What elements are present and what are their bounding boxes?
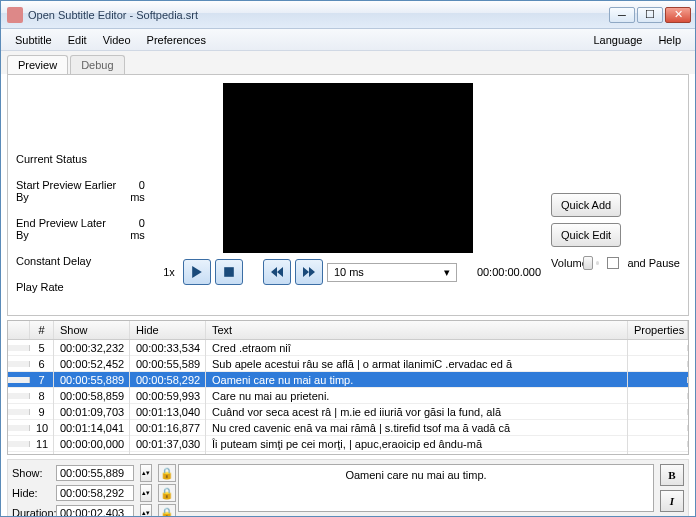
lock-icon: 🔒	[160, 507, 174, 518]
subtitle-text-input[interactable]: Oameni care nu mai au timp.	[178, 464, 654, 512]
line-editor: Show: ▴▾ 🔒 Hide: ▴▾ 🔒 Duration: ▴▾ 🔒 Oam…	[7, 459, 689, 517]
hide-lock-button[interactable]: 🔒	[158, 484, 176, 502]
window-title: Open Subtitle Editor - Softpedia.srt	[28, 9, 609, 21]
menu-language[interactable]: Language	[585, 32, 650, 48]
svg-rect-0	[224, 267, 234, 277]
status-info: Current Status Start Preview Earlier By0…	[16, 83, 145, 307]
constant-delay-label: Constant Delay	[16, 255, 91, 267]
step-forward-button[interactable]	[295, 259, 323, 285]
col-header-num[interactable]: #	[30, 321, 54, 339]
show-label: Show:	[12, 467, 52, 479]
duration-input[interactable]	[56, 505, 134, 517]
lock-icon: 🔒	[160, 487, 174, 500]
cell-text: penipmârând să mă întâ | ca pe unul de-a…	[206, 451, 628, 455]
end-later-label: End Preview Later By	[16, 217, 121, 241]
menubar: Subtitle Edit Video Preferences Language…	[1, 29, 695, 51]
col-header-hide[interactable]: Hide	[130, 321, 206, 339]
video-preview[interactable]	[223, 83, 473, 253]
play-button[interactable]	[183, 259, 211, 285]
cell-props	[628, 393, 688, 399]
cell-props	[628, 441, 688, 447]
show-lock-button[interactable]: 🔒	[158, 464, 176, 482]
and-pause-checkbox[interactable]	[607, 257, 619, 269]
end-later-value: 0 ms	[121, 217, 145, 241]
bold-button[interactable]: B	[660, 464, 684, 486]
start-earlier-label: Start Preview Earlier By	[16, 179, 123, 203]
volume-slider[interactable]	[596, 261, 600, 265]
hide-spinner[interactable]: ▴▾	[140, 484, 152, 502]
stop-button[interactable]	[215, 259, 243, 285]
step-back-button[interactable]	[263, 259, 291, 285]
cell-props	[628, 345, 688, 351]
volume-label: Volume	[551, 257, 588, 269]
chevron-down-icon: ▾	[444, 266, 450, 279]
cell-show: 00:01:37,097	[54, 451, 130, 455]
and-pause-label: and Pause	[627, 257, 680, 269]
menu-preferences[interactable]: Preferences	[139, 32, 214, 48]
table-row[interactable]: 1200:01:37,09700:01:39,900penipmârând să…	[8, 452, 688, 454]
cell-props	[628, 361, 688, 367]
italic-button[interactable]: I	[660, 490, 684, 512]
close-button[interactable]: ✕	[665, 7, 691, 23]
subtitle-grid: # Show Hide Text Properties 500:00:32,23…	[7, 320, 689, 455]
cell-props	[628, 409, 688, 415]
playback-rate: 1x	[155, 266, 175, 278]
duration-spinner[interactable]: ▴▾	[140, 504, 152, 517]
menu-subtitle[interactable]: Subtitle	[7, 32, 60, 48]
maximize-button[interactable]: ☐	[637, 7, 663, 23]
app-icon	[7, 7, 23, 23]
tab-preview[interactable]: Preview	[7, 55, 68, 74]
col-header-text[interactable]: Text	[206, 321, 628, 339]
duration-label: Duration:	[12, 507, 52, 517]
lock-icon: 🔒	[160, 467, 174, 480]
show-spinner[interactable]: ▴▾	[140, 464, 152, 482]
start-earlier-value: 0 ms	[123, 179, 145, 203]
col-header-show[interactable]: Show	[54, 321, 130, 339]
quick-add-button[interactable]: Quick Add	[551, 193, 621, 217]
menu-video[interactable]: Video	[95, 32, 139, 48]
preview-panel: Current Status Start Preview Earlier By0…	[7, 74, 689, 316]
timecode: 00:00:00.000	[477, 266, 541, 278]
hide-label: Hide:	[12, 487, 52, 499]
current-status-label: Current Status	[16, 153, 87, 165]
hide-time-input[interactable]	[56, 485, 134, 501]
minimize-button[interactable]: ─	[609, 7, 635, 23]
quick-edit-button[interactable]: Quick Edit	[551, 223, 621, 247]
cell-props	[628, 425, 688, 431]
play-rate-label: Play Rate	[16, 281, 64, 293]
cell-num: 12	[30, 451, 54, 455]
col-header-props[interactable]: Properties	[628, 321, 688, 339]
menu-edit[interactable]: Edit	[60, 32, 95, 48]
tabstrip: Preview Debug	[1, 51, 695, 74]
tab-debug[interactable]: Debug	[70, 55, 124, 74]
duration-lock-button[interactable]: 🔒	[158, 504, 176, 517]
show-time-input[interactable]	[56, 465, 134, 481]
menu-help[interactable]: Help	[650, 32, 689, 48]
cell-props	[628, 377, 688, 383]
titlebar: Open Subtitle Editor - Softpedia.srt ─ ☐…	[1, 1, 695, 29]
cell-hide: 00:01:39,900	[130, 451, 206, 455]
step-size-select[interactable]: 10 ms▾	[327, 263, 457, 282]
